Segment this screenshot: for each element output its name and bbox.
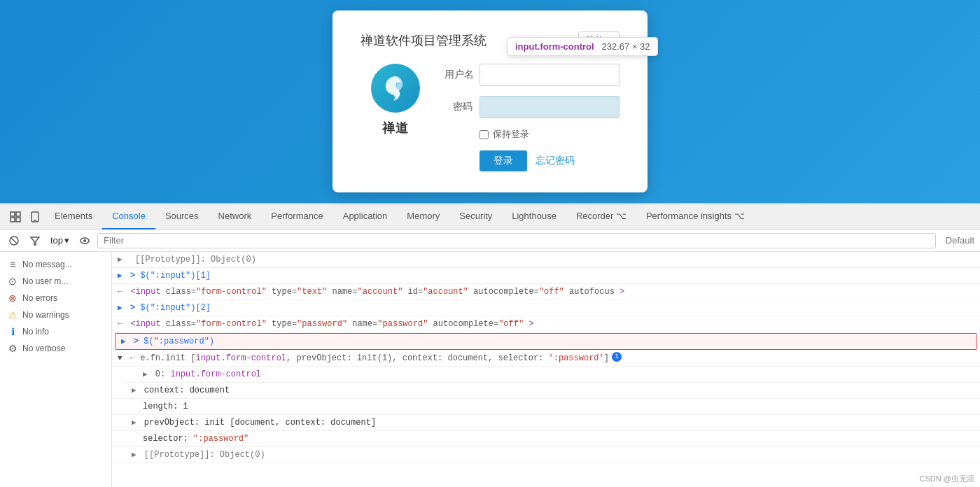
- watermark: CSDN @虫无涯: [920, 474, 974, 484]
- messages-icon: ≡: [7, 259, 18, 270]
- password-input[interactable]: [479, 96, 620, 118]
- context-selector[interactable]: top ▾: [48, 234, 72, 247]
- filter-verbose-label: No verbose: [22, 344, 65, 353]
- filter-user-messages-label: No user m...: [22, 276, 68, 286]
- console-input: $(":input")[2]: [140, 302, 211, 314]
- action-buttons: 登录 忘记密码: [479, 150, 620, 171]
- filter-messages-label: No messag...: [22, 260, 72, 269]
- console-left-arrow: ←: [118, 318, 122, 330]
- app-title: 禅道软件项目管理系统: [360, 32, 486, 49]
- errors-icon: ⊗: [7, 292, 18, 304]
- console-input: $(":password"): [144, 335, 214, 348]
- console-input: $(":input")[1]: [140, 269, 211, 282]
- expand-arrow[interactable]: ▶: [118, 269, 122, 282]
- expand-arrow[interactable]: ▶: [118, 302, 122, 314]
- tooltip-size: 232.67 × 32: [596, 41, 650, 52]
- username-input[interactable]: [479, 64, 620, 86]
- warnings-icon: ⚠: [7, 309, 18, 320]
- svg-line-7: [11, 238, 17, 244]
- console-text: [[Prototype]]: Object(0): [125, 253, 256, 266]
- console-line: ← <input class="form-control" type="pass…: [112, 316, 980, 332]
- console-prompt-char: >: [134, 335, 144, 348]
- keep-login-checkbox[interactable]: [479, 130, 489, 139]
- filter-icon[interactable]: [27, 232, 43, 249]
- filter-messages[interactable]: ≡ No messag...: [0, 256, 111, 273]
- console-text: 0: input.form-control: [150, 368, 261, 381]
- tab-performance-insights[interactable]: Performance insights ⌥: [636, 204, 755, 230]
- console-line: selector: ":password": [112, 431, 980, 447]
- devtools-content: ≡ No messag... ⊙ No user m... ⊗ No error…: [0, 252, 980, 487]
- verbose-icon: ⚙: [7, 343, 18, 354]
- login-body: 禅道 用户名 input.form-control 232.67 × 32: [360, 64, 620, 171]
- eye-icon[interactable]: [76, 232, 93, 249]
- login-form: 用户名 input.form-control 232.67 × 32 密码: [444, 64, 620, 171]
- tab-elements[interactable]: Elements: [45, 204, 102, 230]
- info-icon: ℹ: [7, 326, 18, 337]
- username-row: 用户名 input.form-control 232.67 × 32: [444, 64, 620, 86]
- console-prompt-char: >: [130, 269, 140, 282]
- console-left-arrow: ←: [118, 285, 122, 298]
- filter-errors[interactable]: ⊗ No errors: [0, 290, 111, 306]
- expand-arrow[interactable]: ▶: [143, 368, 148, 381]
- username-label: 用户名: [444, 69, 472, 81]
- svg-rect-3: [16, 218, 20, 222]
- console-line: ▶ [[Prototype]]: Object(0): [112, 252, 980, 268]
- collapse-arrow[interactable]: ▼: [118, 352, 122, 365]
- logo-text: 禅道: [382, 120, 409, 136]
- filter-info[interactable]: ℹ No info: [0, 323, 111, 340]
- console-prompt: [125, 269, 130, 282]
- device-icon[interactable]: [25, 207, 45, 227]
- console-text: [[Prototype]]: Object(0): [139, 449, 265, 461]
- svg-marker-8: [31, 237, 39, 245]
- user-messages-icon: ⊙: [7, 276, 18, 287]
- console-text: <input class="form-control" type="passwo…: [125, 318, 533, 330]
- keep-login-label: 保持登录: [493, 128, 529, 141]
- default-label: Default: [946, 235, 974, 246]
- info-badge-icon: i: [612, 352, 622, 362]
- login-button[interactable]: 登录: [479, 150, 527, 171]
- filter-warnings[interactable]: ⚠ No warnings: [0, 306, 111, 323]
- console-output: ▶ [[Prototype]]: Object(0) ▶ > $(":input…: [112, 252, 980, 487]
- tab-recorder[interactable]: Recorder ⌥: [566, 204, 636, 230]
- filter-verbose[interactable]: ⚙ No verbose: [0, 340, 111, 357]
- tab-memory[interactable]: Memory: [397, 204, 449, 230]
- tab-performance[interactable]: Performance: [261, 204, 332, 230]
- expand-arrow[interactable]: ▶: [132, 416, 136, 429]
- console-line: ▶ > $(":input")[1]: [112, 268, 980, 284]
- filter-errors-label: No errors: [22, 293, 57, 303]
- expand-arrow[interactable]: ▶: [121, 335, 126, 348]
- clear-console-icon[interactable]: [6, 232, 22, 249]
- svg-rect-1: [16, 212, 20, 216]
- console-text: prevObject: init [document, context: doc…: [139, 416, 376, 429]
- tab-network[interactable]: Network: [209, 204, 262, 230]
- devtools-tab-bar: Elements Console Sources Network Perform…: [0, 204, 980, 230]
- inspect-icon[interactable]: [6, 207, 25, 227]
- console-line: length: 1: [112, 399, 980, 415]
- expand-arrow[interactable]: ▶: [132, 449, 136, 461]
- logo-icon: [371, 64, 420, 113]
- collapse-arrow[interactable]: ▶: [118, 253, 122, 266]
- svg-point-10: [83, 239, 86, 242]
- tab-security[interactable]: Security: [449, 204, 502, 230]
- console-line: ▶ prevObject: init [document, context: d…: [112, 415, 980, 431]
- forgot-button[interactable]: 忘记密码: [536, 150, 575, 171]
- logo-area: 禅道: [360, 64, 430, 171]
- tab-lighthouse[interactable]: Lighthouse: [502, 204, 566, 230]
- console-prompt-char: >: [130, 302, 140, 314]
- tab-sources[interactable]: Sources: [155, 204, 209, 230]
- devtools-toolbar: top ▾ Default: [0, 230, 980, 252]
- svg-rect-0: [10, 212, 15, 216]
- console-line: ▼ ← e.fn.init [input.form-control, prevO…: [112, 351, 980, 367]
- console-filters-sidebar: ≡ No messag... ⊙ No user m... ⊗ No error…: [0, 252, 112, 487]
- devtools-panel: Elements Console Sources Network Perform…: [0, 203, 980, 487]
- filter-input[interactable]: [97, 233, 936, 248]
- console-line: ▶ context: document: [112, 383, 980, 399]
- console-text: e.fn.init [input.form-control, prevObjec…: [140, 352, 609, 365]
- tab-application[interactable]: Application: [333, 204, 398, 230]
- expand-arrow[interactable]: ▶: [132, 384, 136, 397]
- filter-user-messages[interactable]: ⊙ No user m...: [0, 273, 111, 290]
- tab-console[interactable]: Console: [102, 204, 155, 230]
- keep-login-row: 保持登录: [479, 128, 620, 141]
- console-line: ▶ > $(":input")[2]: [112, 300, 980, 316]
- input-tooltip: input.form-control 232.67 × 32: [507, 37, 658, 56]
